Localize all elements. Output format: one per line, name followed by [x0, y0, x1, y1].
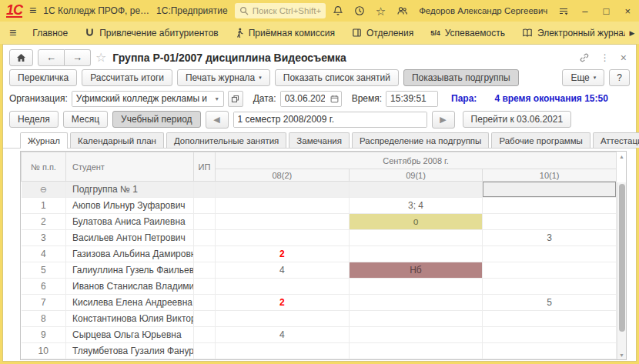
mark-cell[interactable]: [216, 198, 350, 214]
mark-cell[interactable]: [483, 311, 617, 327]
global-search[interactable]: [235, 3, 326, 18]
mark-cell[interactable]: [483, 327, 617, 343]
next-period-button[interactable]: ▶: [432, 111, 455, 129]
menu-item-admissions[interactable]: Приёмная комиссия: [227, 22, 343, 44]
time-field[interactable]: [386, 91, 438, 107]
back-button[interactable]: ←: [38, 49, 65, 66]
menu-item-ejournal[interactable]: Электронный журнал: [514, 22, 637, 44]
mark-cell[interactable]: о: [349, 214, 483, 230]
favorites-star-icon[interactable]: ☆: [376, 5, 386, 17]
col-header-student[interactable]: Студент: [66, 152, 194, 182]
mark-cell[interactable]: [349, 279, 483, 295]
selected-cell[interactable]: [483, 182, 617, 198]
student-name-cell[interactable]: Иванов Станислав Владимиро…: [66, 279, 194, 295]
mark-cell[interactable]: [349, 295, 483, 311]
mark-cell[interactable]: [483, 246, 617, 262]
tab-remarks[interactable]: Замечания: [289, 132, 350, 148]
vertical-scrollbar[interactable]: [617, 182, 626, 359]
more-menu-icon[interactable]: ⋮: [601, 52, 610, 63]
student-name-cell[interactable]: Галиуллина Гузель Фаильевна: [66, 262, 194, 279]
settings-icon[interactable]: [558, 6, 569, 16]
hamburger-icon[interactable]: ≡: [29, 5, 36, 17]
tab-calendar-plan[interactable]: Календарный план: [70, 132, 164, 148]
student-name-cell[interactable]: Кисилева Елена Андреевна: [66, 295, 194, 311]
mark-cell[interactable]: 2: [216, 295, 350, 311]
history-icon[interactable]: [354, 5, 365, 16]
mark-cell[interactable]: [349, 230, 483, 246]
search-input[interactable]: [253, 6, 321, 15]
forward-button[interactable]: →: [65, 49, 91, 66]
mark-cell[interactable]: 3: [483, 230, 617, 246]
student-name-cell[interactable]: Газизова Альбина Дамировна: [66, 246, 194, 262]
mark-cell[interactable]: [483, 214, 617, 230]
student-name-cell[interactable]: Булатова Аниса Раилевна: [66, 214, 194, 230]
prev-period-button[interactable]: ◀: [206, 111, 229, 129]
mark-cell[interactable]: [216, 230, 350, 246]
month-button[interactable]: Месяц: [63, 111, 108, 128]
mark-cell[interactable]: [349, 311, 483, 327]
chevron-down-icon[interactable]: ▼: [211, 92, 223, 106]
show-subgroups-toggle[interactable]: Показывать подгруппы: [403, 69, 519, 86]
collapse-icon[interactable]: ⊖: [40, 185, 47, 194]
show-lessons-button[interactable]: Показать список занятий: [275, 69, 399, 86]
student-name-cell[interactable]: Сырцева Ольга Юрьевна: [66, 327, 194, 343]
calc-totals-button[interactable]: Рассчитать итоги: [82, 69, 172, 86]
tab-subgroup-distribution[interactable]: Распределение на подгруппы: [352, 132, 489, 148]
student-name-cell[interactable]: Тляумбетова Гузалия Фануровна: [66, 343, 194, 359]
scroll-down-icon[interactable]: ▼: [619, 352, 624, 358]
col-header-month[interactable]: Сентябрь 2008 г.: [216, 152, 617, 169]
col-header-num[interactable]: № п.п.: [22, 152, 66, 182]
maximize-button[interactable]: □: [601, 5, 612, 17]
student-name-cell[interactable]: Васильев Антон Петрович: [66, 230, 194, 246]
close-button[interactable]: ×: [622, 5, 633, 17]
calendar-icon[interactable]: [329, 92, 341, 106]
sections-hamburger-icon[interactable]: ≡: [9, 27, 16, 39]
col-header-ip[interactable]: ИП: [194, 152, 216, 182]
tab-extra-lessons[interactable]: Дополнительные занятия: [166, 132, 286, 148]
mark-cell[interactable]: [483, 279, 617, 295]
date-input[interactable]: [281, 92, 329, 106]
open-icon[interactable]: [228, 91, 243, 107]
student-name-cell[interactable]: Аюпов Ильнур Зуфарович: [66, 198, 194, 214]
mark-cell[interactable]: [216, 182, 350, 198]
close-page-button[interactable]: ×: [621, 52, 627, 64]
subgroup-title[interactable]: Подгруппа № 1: [66, 182, 194, 198]
col-header-date-2[interactable]: 09(1): [349, 169, 483, 182]
scroll-up-icon[interactable]: ▲: [619, 154, 624, 159]
mark-cell[interactable]: Нб: [349, 262, 483, 279]
mark-cell[interactable]: 2: [216, 246, 350, 262]
date-field[interactable]: [280, 91, 342, 107]
mark-cell[interactable]: [349, 246, 483, 262]
mark-cell[interactable]: [216, 343, 350, 359]
users-icon[interactable]: [396, 5, 408, 16]
mark-cell[interactable]: [216, 279, 350, 295]
mark-cell[interactable]: [349, 343, 483, 359]
col-header-date-3[interactable]: 10(1): [483, 169, 617, 182]
menu-item-departments[interactable]: Отделения: [343, 22, 422, 44]
home-button[interactable]: [9, 49, 33, 66]
mark-cell[interactable]: [483, 343, 617, 359]
scrollbar-thumb[interactable]: [619, 184, 625, 332]
week-button[interactable]: Неделя: [9, 111, 59, 128]
mark-cell[interactable]: 4: [216, 327, 350, 343]
user-name[interactable]: Федоров Александр Сергеевич: [419, 6, 547, 15]
student-name-cell[interactable]: Константинова Юлия Викторовна: [66, 311, 194, 327]
mark-cell[interactable]: [216, 214, 350, 230]
mark-cell[interactable]: 3; 4: [349, 198, 483, 214]
time-input[interactable]: [386, 92, 437, 106]
menu-item-main[interactable]: Главное: [24, 22, 76, 44]
roll-call-button[interactable]: Перекличка: [9, 69, 77, 86]
mark-cell[interactable]: [349, 327, 483, 343]
menu-overflow-icon[interactable]: ▶: [625, 22, 639, 44]
study-period-button[interactable]: Учебный период: [112, 111, 201, 128]
mark-cell[interactable]: [483, 198, 617, 214]
tab-work-programs[interactable]: Рабочие программы: [491, 132, 590, 148]
period-field[interactable]: [233, 112, 427, 128]
more-button[interactable]: Еще ▾: [562, 69, 604, 86]
mark-cell[interactable]: 5: [483, 295, 617, 311]
menu-item-applicants[interactable]: Привлечение абитуриентов: [76, 22, 226, 44]
link-icon[interactable]: [579, 52, 590, 63]
minimize-button[interactable]: –: [580, 5, 590, 17]
org-combobox[interactable]: ▼: [72, 91, 224, 107]
mark-cell[interactable]: [216, 311, 350, 327]
